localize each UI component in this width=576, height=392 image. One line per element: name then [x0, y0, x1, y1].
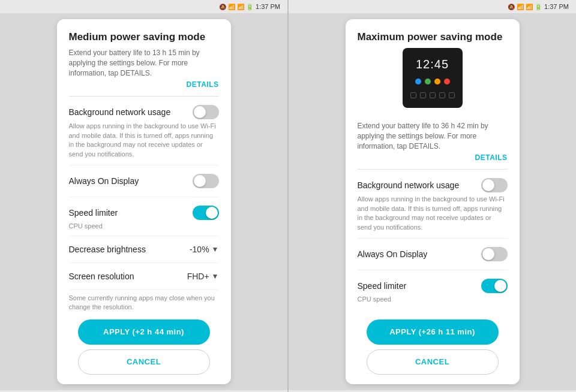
left-card: Medium power saving mode Extend your bat…	[57, 19, 231, 384]
left-status-icons: 🔕 📶 📶 🔋	[219, 4, 253, 10]
left-bg-network-desc: Allow apps running in the background to …	[69, 122, 219, 159]
left-speed-row: Speed limiter CPU speed	[69, 197, 219, 236]
dot-orange	[434, 79, 440, 85]
right-speed-toggle[interactable]	[481, 279, 508, 293]
mini-icon-2	[420, 92, 426, 98]
left-wifi-icon: 📶	[228, 4, 235, 10]
left-brightness-label: Decrease brightness	[69, 245, 146, 254]
left-aod-toggle[interactable]	[193, 174, 219, 188]
right-status-bar: 🔕 📶 📶 🔋 1:37 PM	[289, 0, 576, 13]
dot-red	[444, 79, 450, 85]
left-speed-sublabel: CPU speed	[69, 222, 219, 230]
right-card-title: Maximum power saving mode	[358, 31, 508, 43]
left-resolution-dropdown[interactable]: FHD+ ▼	[187, 272, 219, 281]
right-details-link[interactable]: DETAILS	[358, 153, 508, 162]
left-panel: 🔕 📶 📶 🔋 1:37 PM Medium power saving mode…	[0, 0, 287, 392]
right-aod-toggle[interactable]	[481, 247, 508, 261]
right-card-description: Extend your battery life to 36 h 42 min …	[358, 121, 508, 151]
left-brightness-value: -10%	[190, 245, 209, 254]
right-status-icons: 🔕 📶 📶 🔋	[508, 4, 542, 10]
left-bg-network-toggle[interactable]	[193, 105, 219, 119]
left-speed-label: Speed limiter	[69, 208, 118, 218]
right-aod-row: Always On Display	[358, 239, 508, 270]
dot-blue	[415, 79, 421, 85]
right-speed-sublabel: CPU speed	[358, 295, 508, 303]
mini-icon-4	[439, 92, 445, 98]
mini-icon-5	[449, 92, 455, 98]
left-details-link[interactable]: DETAILS	[69, 80, 219, 89]
left-resolution-arrow: ▼	[212, 272, 219, 281]
right-aod-label: Always On Display	[358, 249, 428, 259]
left-notice: Some currently running apps may close wh…	[69, 294, 219, 312]
left-cancel-button[interactable]: CANCEL	[78, 349, 210, 375]
left-network-icon: 📶	[237, 4, 244, 10]
left-brightness-row: Decrease brightness -10% ▼	[69, 236, 219, 263]
right-cancel-button[interactable]: CANCEL	[367, 349, 499, 375]
right-signal-icon: 🔕	[508, 4, 515, 10]
right-battery-icon: 🔋	[535, 4, 542, 10]
left-bg-network-row: Background network usage Allow apps runn…	[69, 97, 219, 165]
right-speed-label: Speed limiter	[358, 281, 407, 291]
left-bg-network-label: Background network usage	[69, 107, 171, 117]
right-buttons-area: APPLY (+26 h 11 min) CANCEL	[358, 312, 508, 375]
left-aod-label: Always On Display	[69, 176, 139, 186]
right-bg-network-row: Background network usage Allow apps runn…	[358, 170, 508, 239]
right-bg-network-desc: Allow apps running in the background to …	[358, 195, 508, 232]
phone-preview: 12:45	[403, 48, 463, 108]
right-bg-network-label: Background network usage	[358, 180, 460, 190]
left-card-title: Medium power saving mode	[69, 31, 219, 43]
right-card: Maximum power saving mode 12:45	[346, 19, 520, 384]
left-status-bar: 🔕 📶 📶 🔋 1:37 PM	[0, 0, 287, 13]
left-brightness-dropdown[interactable]: -10% ▼	[190, 245, 219, 254]
left-resolution-label: Screen resolution	[69, 272, 134, 281]
right-wifi-icon: 📶	[517, 4, 524, 10]
left-battery-icon: 🔋	[246, 4, 253, 10]
right-apply-button[interactable]: APPLY (+26 h 11 min)	[367, 319, 499, 345]
left-brightness-arrow: ▼	[212, 245, 219, 254]
right-panel: 🔕 📶 📶 🔋 1:37 PM Maximum power saving mod…	[289, 0, 576, 392]
left-speed-toggle[interactable]	[193, 206, 219, 220]
left-time: 1:37 PM	[256, 3, 280, 10]
left-buttons-area: APPLY (+2 h 44 min) CANCEL	[69, 312, 219, 375]
left-resolution-value: FHD+	[187, 272, 209, 281]
mini-icon-3	[430, 92, 436, 98]
preview-icons	[410, 92, 455, 98]
right-speed-row: Speed limiter CPU speed	[358, 270, 508, 309]
right-bg-network-toggle[interactable]	[481, 178, 508, 192]
left-card-description: Extend your battery life to 13 h 15 min …	[69, 48, 219, 78]
left-aod-row: Always On Display	[69, 165, 219, 197]
left-apply-button[interactable]: APPLY (+2 h 44 min)	[78, 319, 210, 345]
left-signal-icon: 🔕	[219, 4, 226, 10]
right-time: 1:37 PM	[544, 3, 569, 10]
left-resolution-row: Screen resolution FHD+ ▼	[69, 263, 219, 290]
right-network-icon: 📶	[526, 4, 533, 10]
mini-icon-1	[410, 92, 416, 98]
dot-green	[425, 79, 431, 85]
preview-dots	[415, 79, 450, 85]
preview-time: 12:45	[416, 58, 449, 71]
